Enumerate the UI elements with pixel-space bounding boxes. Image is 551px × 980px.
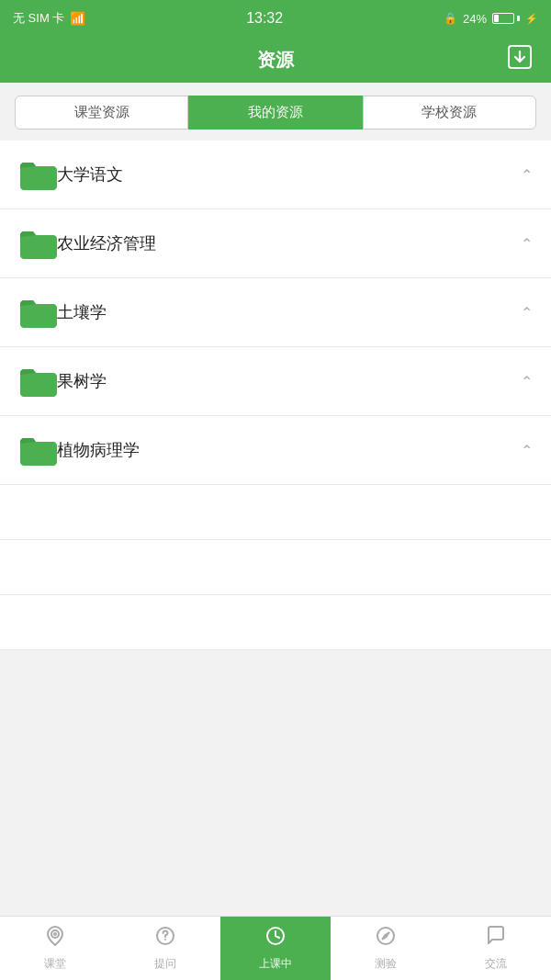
svg-point-5 [164, 939, 166, 941]
chevron-up-icon: ⌃ [521, 235, 533, 253]
header: 资源 [0, 37, 551, 83]
folder-name: 果树学 [57, 370, 521, 392]
nav-item-classroom[interactable]: 课堂 [0, 917, 110, 980]
nav-label-chat: 交流 [485, 956, 507, 972]
folder-name: 大学语文 [57, 163, 521, 186]
lock-icon: 🔒 [444, 12, 457, 25]
svg-point-8 [385, 935, 388, 938]
status-time: 13:32 [246, 10, 283, 27]
question-icon [154, 925, 176, 952]
nav-item-inclass[interactable]: 上课中 [220, 917, 331, 980]
folder-icon [18, 434, 57, 466]
download-icon[interactable] [507, 44, 533, 75]
tab-classroom[interactable]: 课堂资源 [15, 96, 188, 130]
status-right: 🔒 24% ⚡ [444, 12, 538, 26]
folder-name: 植物病理学 [57, 439, 521, 461]
folder-item[interactable]: 农业经济管理 ⌃ [0, 209, 551, 278]
nav-label-classroom: 课堂 [44, 956, 66, 972]
chat-icon [485, 925, 507, 952]
chevron-up-icon: ⌃ [521, 442, 533, 459]
nav-item-chat[interactable]: 交流 [441, 917, 551, 980]
folder-name: 农业经济管理 [57, 232, 521, 254]
chevron-up-icon: ⌃ [521, 304, 533, 321]
tab-my-resources[interactable]: 我的资源 [188, 96, 362, 130]
folder-item[interactable]: 果树学 ⌃ [0, 347, 551, 416]
nav-item-test[interactable]: 测验 [331, 917, 441, 980]
separator-row [0, 485, 551, 540]
tab-school-resources[interactable]: 学校资源 [363, 96, 536, 130]
svg-point-3 [53, 932, 57, 936]
folder-icon [18, 297, 57, 328]
folder-list: 大学语文 ⌃ 农业经济管理 ⌃ 土壤学 ⌃ 果树学 ⌃ [0, 141, 551, 650]
battery-icon [492, 13, 520, 24]
nav-label-question: 提问 [154, 956, 176, 972]
separator-row [0, 595, 551, 650]
folder-item[interactable]: 大学语文 ⌃ [0, 141, 551, 209]
carrier-text: 无 SIM 卡 [13, 10, 64, 27]
battery-percent: 24% [463, 12, 487, 26]
folder-item[interactable]: 土壤学 ⌃ [0, 278, 551, 347]
nav-label-inclass: 上课中 [259, 956, 292, 972]
status-left: 无 SIM 卡 📶 [13, 10, 85, 27]
folder-icon [18, 228, 57, 259]
chevron-up-icon: ⌃ [521, 166, 533, 184]
nav-item-question[interactable]: 提问 [110, 917, 220, 980]
chevron-up-icon: ⌃ [521, 373, 533, 390]
status-bar: 无 SIM 卡 📶 13:32 🔒 24% ⚡ [0, 0, 551, 37]
bolt-icon: ⚡ [525, 13, 538, 25]
folder-icon [18, 366, 57, 397]
sub-tabs: 课堂资源 我的资源 学校资源 [0, 83, 551, 141]
content-area: 大学语文 ⌃ 农业经济管理 ⌃ 土壤学 ⌃ 果树学 ⌃ [0, 141, 551, 916]
bottom-nav: 课堂 提问 上课中 测验 [0, 916, 551, 980]
location-icon [44, 925, 66, 952]
folder-item[interactable]: 植物病理学 ⌃ [0, 416, 551, 485]
nav-label-test: 测验 [375, 956, 397, 972]
wifi-icon: 📶 [70, 11, 85, 26]
folder-icon [18, 159, 57, 190]
separator-row [0, 540, 551, 595]
folder-name: 土壤学 [57, 301, 521, 323]
clock-icon [264, 925, 287, 952]
page-title: 资源 [257, 48, 294, 73]
compass-icon [375, 925, 397, 952]
